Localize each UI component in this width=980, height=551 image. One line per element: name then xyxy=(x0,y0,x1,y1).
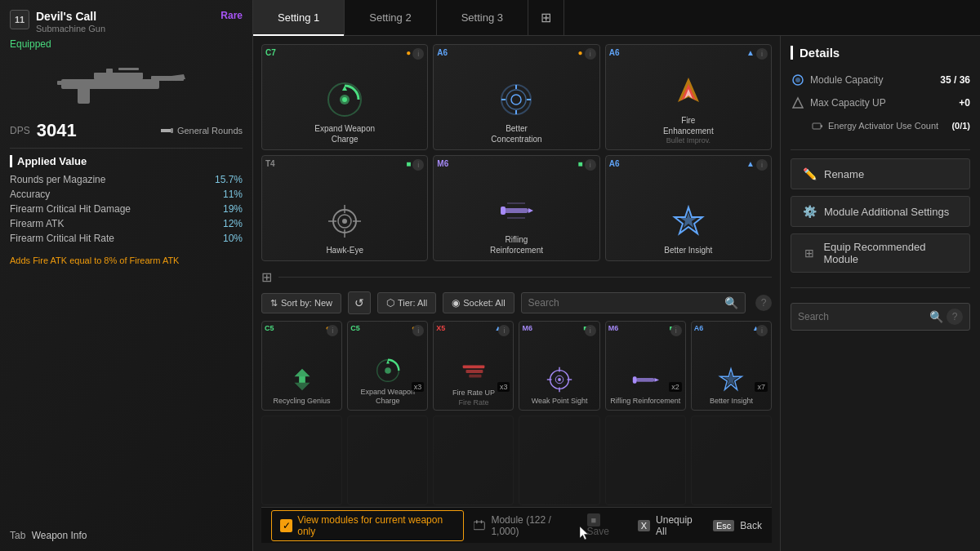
toolbar-search[interactable]: 🔍 xyxy=(521,292,746,313)
view-checkbox[interactable]: ✓ View modules for current weapon only xyxy=(271,510,464,541)
inv-module-empty-5[interactable] xyxy=(691,415,772,505)
additional-settings-button[interactable]: ⚙️ Module Additional Settings xyxy=(791,196,970,227)
module-name-4: RiflingReinforcement xyxy=(490,234,543,256)
inv-tier-0: C5 xyxy=(265,324,274,332)
inv-module-1[interactable]: C5 ● i x3 Expand Weapon Charge xyxy=(347,321,428,411)
tier-badge-2: A6 xyxy=(609,48,620,57)
inv-module-empty-3[interactable] xyxy=(519,415,599,505)
svg-point-25 xyxy=(342,219,347,224)
weapon-header: 11 Devil's Call Submachine Gun Rare xyxy=(10,10,243,33)
inv-module-empty-2[interactable] xyxy=(433,415,514,505)
svg-rect-1 xyxy=(94,73,143,79)
tier-filter[interactable]: ⬡ Tier: All xyxy=(377,292,436,313)
inv-module-5[interactable]: A6 ▲ i x7 Better Insight xyxy=(691,321,772,411)
back-button[interactable]: Esc Back xyxy=(713,520,762,531)
socket-badge-1: ● xyxy=(578,48,583,57)
weapon-image xyxy=(45,56,208,113)
svg-rect-54 xyxy=(474,522,484,529)
inv-tier-1: C5 xyxy=(350,324,360,332)
equipped-module-0[interactable]: C7 ● i Expand WeaponCharge xyxy=(261,44,428,150)
filter-icon[interactable]: ⊞ xyxy=(261,269,272,285)
svg-point-44 xyxy=(558,378,561,381)
info-btn-1[interactable]: i xyxy=(585,48,596,60)
inv-info-5[interactable]: i xyxy=(756,325,768,336)
rename-button[interactable]: ✏️ Rename xyxy=(791,158,970,189)
rename-label: Rename xyxy=(824,168,864,180)
info-btn-4[interactable]: i xyxy=(585,159,596,171)
max-capacity-row: Max Capacity UP +0 xyxy=(791,96,970,110)
details-search-icon[interactable]: 🔍 xyxy=(929,310,943,323)
svg-rect-61 xyxy=(821,125,822,127)
inv-module-2[interactable]: X5 ▲ i x3 Fire Rate UP Fire Rate xyxy=(433,321,514,411)
info-btn-3[interactable]: i xyxy=(412,159,424,171)
weapon-type: Submachine Gun xyxy=(36,24,105,33)
details-divider xyxy=(791,149,970,150)
inv-module-3[interactable]: M6 ■ i Weak Point xyxy=(519,321,599,411)
equip-recommended-button[interactable]: ⊞ Equip Recommended Module xyxy=(791,233,970,273)
settings-tabs: Setting 1 Setting 2 Setting 3 ⊞ xyxy=(253,0,980,36)
equipped-module-5[interactable]: A6 ▲ i Better Insight xyxy=(605,155,772,261)
info-btn-2[interactable]: i xyxy=(756,48,768,60)
svg-rect-4 xyxy=(57,81,67,85)
equipped-module-3[interactable]: T4 ■ i Hawk-Eye xyxy=(261,155,428,261)
main-area: Setting 1 Setting 2 Setting 3 ⊞ C7 ● i xyxy=(253,0,980,551)
info-btn-0[interactable]: i xyxy=(412,48,424,60)
inv-info-3[interactable]: i xyxy=(585,325,596,336)
tier-label: Tier: All xyxy=(398,298,427,308)
equipped-module-4[interactable]: M6 ■ i RiflingReinforcement xyxy=(433,155,599,261)
equip-recommended-label: Equip Recommended Module xyxy=(823,241,960,265)
inv-name-5: Better Insight xyxy=(710,397,753,407)
refresh-button[interactable]: ↺ xyxy=(348,291,371,314)
dps-value: 3041 xyxy=(37,120,77,141)
module-capacity-label: Module Capacity xyxy=(810,74,940,86)
tier-badge-0: C7 xyxy=(265,48,276,57)
inv-info-0[interactable]: i xyxy=(327,325,338,336)
module-icon-2 xyxy=(668,71,709,112)
energy-value: (0/1) xyxy=(951,121,970,131)
svg-point-58 xyxy=(795,78,800,82)
socket-filter[interactable]: ◉ Socket: All xyxy=(443,292,514,313)
info-btn-5[interactable]: i xyxy=(756,159,768,171)
svg-rect-40 xyxy=(466,370,483,373)
inv-module-4[interactable]: M6 ■ i x2 Rifling Reinforcement xyxy=(605,321,686,411)
tier-badge-3: T4 xyxy=(265,159,275,168)
sort-icon: ⇅ xyxy=(270,298,278,309)
tab-setting1[interactable]: Setting 1 xyxy=(253,0,345,36)
module-name-5: Better Insight xyxy=(664,245,712,256)
equipped-module-1[interactable]: A6 ● i BetterConc xyxy=(433,44,599,150)
stat-crit-dmg: Firearm Critical Hit Damage 19% xyxy=(10,203,243,215)
save-button[interactable]: ■ Save xyxy=(587,514,625,537)
module-name-3: Hawk-Eye xyxy=(326,245,363,256)
details-search-input[interactable] xyxy=(798,311,929,322)
tab-add-button[interactable]: ⊞ xyxy=(528,0,564,36)
passive-text: Adds Fire ATK equal to 8% of Firearm ATK xyxy=(10,254,243,268)
details-help-button[interactable]: ? xyxy=(947,309,963,325)
tab-setting3[interactable]: Setting 3 xyxy=(437,0,528,36)
inv-info-4[interactable]: i xyxy=(670,325,682,336)
equipped-module-2[interactable]: A6 ▲ i FireEnhancement Bullet Improv. xyxy=(605,44,772,150)
weapon-rarity: Rare xyxy=(220,10,243,21)
inv-module-empty-0[interactable] xyxy=(261,415,342,505)
help-button[interactable]: ? xyxy=(755,295,772,311)
checkbox-checked-icon: ✓ xyxy=(280,519,292,532)
inv-info-2[interactable]: i xyxy=(498,325,510,336)
details-panel: Details Module Capacity 35 / 36 Ma xyxy=(780,36,980,551)
search-input[interactable] xyxy=(528,297,724,309)
details-search-box[interactable]: 🔍 ? xyxy=(791,303,970,331)
capacity-icon xyxy=(791,73,805,87)
inv-info-1[interactable]: i xyxy=(412,325,424,336)
tab-setting2[interactable]: Setting 2 xyxy=(345,0,436,36)
dps-row: DPS 3041 General Rounds xyxy=(10,120,243,149)
sort-button[interactable]: ⇅ Sort by: New xyxy=(261,293,341,313)
socket-label: Socket: All xyxy=(463,298,505,308)
svg-marker-59 xyxy=(793,98,803,108)
inv-module-empty-4[interactable] xyxy=(605,415,686,505)
unequip-button[interactable]: X Unequip All xyxy=(638,514,700,537)
content-split: C7 ● i Expand WeaponCharge xyxy=(253,36,980,551)
svg-point-15 xyxy=(511,95,521,104)
tab-weapon-info[interactable]: Tab Weapon Info xyxy=(10,530,87,541)
inv-module-empty-1[interactable] xyxy=(347,415,428,505)
inventory-modules: C5 ● i Recycling Genius C5 ● i xyxy=(261,321,772,507)
module-capacity-value: 35 / 36 xyxy=(940,74,970,86)
inv-module-0[interactable]: C5 ● i Recycling Genius xyxy=(261,321,342,411)
